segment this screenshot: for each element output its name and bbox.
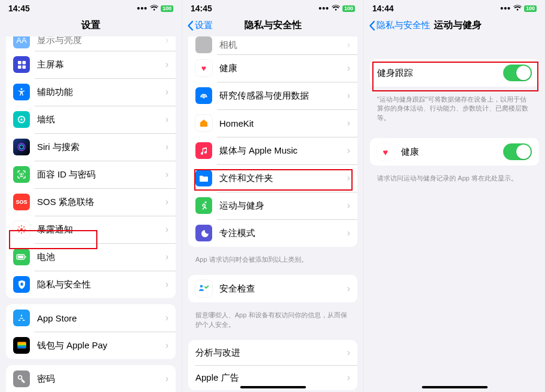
appstore-icon [13,310,30,326]
row-sensors[interactable]: 研究传感器与使用数据 › [188,82,357,109]
section-general: AA 显示与亮度 › 主屏幕 › 辅助功能 › [6,36,176,298]
row-label: App Store [37,313,166,323]
row-media[interactable]: 媒体与 Apple Music › [188,137,357,164]
svg-point-11 [21,232,22,234]
home-indicator [240,386,306,388]
row-battery[interactable]: 电池 › [6,243,176,271]
chevron-left-icon [369,20,375,31]
row-analytics[interactable]: 分析与改进 › [188,340,357,365]
toggle-on[interactable] [503,65,532,81]
camera-icon [195,36,212,53]
health-icon: ♥ [195,60,212,76]
chevron-right-icon: › [166,169,169,180]
row-health[interactable]: ♥ 健康 › [188,54,357,82]
row-label: Apple 广告 [195,372,347,384]
row-privacy[interactable]: 隐私与安全性 › [6,271,176,298]
row-passwords[interactable]: 密码 › [6,365,176,392]
chevron-right-icon: › [166,197,169,207]
chevron-right-icon: › [347,173,350,183]
section-tracking: 健身跟踪 [370,59,539,87]
status-bar: 14:45 100 [0,0,182,14]
nav-bar: 隐私与安全性 运动与健身 [364,14,545,36]
svg-point-16 [19,231,20,232]
chevron-right-icon: › [166,313,169,323]
svg-point-8 [20,145,24,149]
row-fitness[interactable]: 运动与健身 › [188,192,357,219]
back-button[interactable]: 设置 [187,20,213,31]
row-sos[interactable]: SOS SOS 紧急联络 › [6,188,176,216]
row-label: 安全检查 [219,283,347,295]
svg-point-6 [20,118,22,120]
cellular-icon [319,4,329,13]
status-time: 14:45 [191,4,212,13]
battery-row-icon [13,249,30,265]
row-wallet[interactable]: 钱包与 Apple Pay › [6,332,176,359]
section-store: App Store › 钱包与 Apple Pay › [6,304,176,359]
section-analytics: 分析与改进 › Apple 广告 › [188,340,357,390]
row-camera[interactable]: 相机 › [188,36,357,54]
row-tracking-toggle[interactable]: 健身跟踪 [370,59,539,87]
row-focus[interactable]: 专注模式 › [188,219,357,247]
chevron-right-icon: › [347,372,350,383]
back-button[interactable]: 隐私与安全性 [369,20,430,31]
row-accessibility[interactable]: 辅助功能 › [6,78,176,106]
cellular-icon [137,4,148,13]
status-time: 14:44 [372,4,394,13]
sos-icon: SOS [13,194,30,210]
faceid-icon [13,166,30,183]
row-label: 分析与改进 [195,347,347,359]
row-wallpaper[interactable]: 墙纸 › [6,106,176,133]
cellular-icon [500,4,511,13]
siri-icon [13,139,30,155]
row-label: 电池 [37,252,166,263]
row-label: 健康 [401,146,503,158]
status-bar: 14:44 100 [364,0,545,14]
svg-point-13 [25,229,26,230]
row-label: 专注模式 [219,228,347,239]
wallpaper-icon [13,111,30,128]
row-display[interactable]: AA 显示与亮度 › [6,36,176,51]
sensors-icon [195,87,212,104]
footer-note: 请求访问运动与健身记录的 App 将在此处显示。 [364,172,545,188]
row-label: 墙纸 [37,114,166,125]
fitness-icon [195,197,212,214]
chevron-right-icon: › [347,90,350,101]
phone-settings: 14:45 100 设置 AA 显示与亮度 › 主屏幕 › [0,0,182,392]
svg-rect-26 [17,347,26,348]
chevron-left-icon [187,20,194,31]
focus-icon [195,225,212,241]
wifi-icon [332,4,340,13]
wifi-icon [513,4,522,13]
chevron-right-icon: › [166,224,169,235]
row-siri[interactable]: Siri 与搜索 › [6,133,176,161]
svg-point-27 [19,376,22,379]
chevron-right-icon: › [166,87,169,97]
row-homescreen[interactable]: 主屏幕 › [6,51,176,78]
section-safety: 安全检查 › [188,275,357,302]
chevron-right-icon: › [347,283,350,294]
chevron-right-icon: › [347,145,350,156]
row-faceid[interactable]: 面容 ID 与密码 › [6,161,176,188]
svg-rect-2 [17,65,21,69]
footer-note: "运动与健身跟踪"可将数据储存在设备上，以用于估算你的身体活动、行动能力、步数统… [364,93,545,127]
nav-bar: 设置 隐私与安全性 [182,14,363,36]
row-appstore[interactable]: App Store › [6,304,176,332]
svg-point-31 [204,201,206,203]
row-homekit[interactable]: HomeKit › [188,109,357,137]
svg-rect-3 [22,65,26,69]
phone-fitness: 14:44 100 隐私与安全性 运动与健身 健身跟踪 "运动与健身跟踪"可将数… [363,0,545,392]
footer-note: App 请求访问时会被添加到以上类别。 [182,253,363,269]
display-icon: AA [13,36,30,48]
row-safetycheck[interactable]: 安全检查 › [188,275,357,302]
chevron-right-icon: › [166,59,169,70]
row-exposure[interactable]: 暴露通知 › [6,216,176,243]
chevron-right-icon: › [166,142,169,152]
row-label: 隐私与安全性 [37,279,166,290]
toggle-on[interactable] [503,143,532,160]
svg-point-10 [21,225,22,226]
svg-rect-1 [22,60,26,64]
row-files[interactable]: 文件和文件夹 › [188,164,357,192]
row-label: 主屏幕 [37,59,166,71]
row-health-app[interactable]: ♥ 健康 [370,138,539,166]
chevron-right-icon: › [166,36,169,45]
